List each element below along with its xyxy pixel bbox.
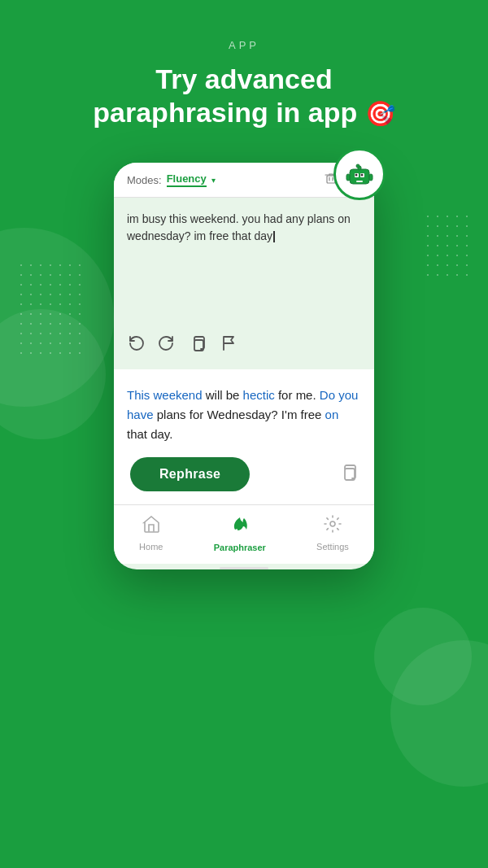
output-word-7: on xyxy=(325,408,339,421)
headline-line1: Try advanced xyxy=(155,63,332,94)
output-word-3: hectic xyxy=(243,388,275,402)
nav-label-paraphraser: Paraphraser xyxy=(214,543,266,552)
nav-item-settings[interactable]: Settings xyxy=(316,514,349,552)
input-spacer xyxy=(114,295,374,328)
header: APP Try advanced paraphrasing in app 🎯 xyxy=(0,0,488,129)
output-word-2: will be xyxy=(206,388,243,402)
action-row xyxy=(114,328,374,369)
svg-point-8 xyxy=(355,174,358,177)
settings-icon xyxy=(323,514,342,539)
nav-label-settings: Settings xyxy=(316,542,349,552)
output-word-8: that day. xyxy=(127,427,172,441)
modes-left: Modes: Fluency ▾ xyxy=(127,172,216,187)
app-label: APP xyxy=(0,39,488,51)
svg-rect-6 xyxy=(346,174,350,181)
nav-item-home[interactable]: Home xyxy=(139,514,163,552)
headline-emoji: 🎯 xyxy=(365,100,395,127)
flag-icon[interactable] xyxy=(220,334,237,356)
headline-line2: paraphrasing in app xyxy=(93,97,357,128)
redo-icon[interactable] xyxy=(158,334,176,356)
copy-icon[interactable] xyxy=(189,334,207,356)
input-area[interactable]: im busy this weekend. you had any plans … xyxy=(114,198,374,295)
dots-right xyxy=(423,212,472,277)
bg-decoration-4 xyxy=(374,608,472,705)
output-word-1: This weekend xyxy=(127,388,203,402)
phone-mockup: Modes: Fluency ▾ ⋮ im busy this xyxy=(114,163,374,569)
svg-point-5 xyxy=(356,164,359,168)
output-card: This weekend will be hectic for me. Do y… xyxy=(114,369,374,504)
phone: Modes: Fluency ▾ ⋮ im busy this xyxy=(114,163,374,569)
nav-label-home: Home xyxy=(139,542,163,552)
nav-item-paraphraser[interactable]: Paraphraser xyxy=(214,513,266,552)
dots-left xyxy=(16,260,81,358)
chevron-down-icon[interactable]: ▾ xyxy=(211,176,216,185)
output-text: This weekend will be hectic for me. Do y… xyxy=(127,386,361,444)
rephrase-button[interactable]: Rephrase xyxy=(130,457,250,491)
undo-icon[interactable] xyxy=(127,334,145,356)
svg-point-9 xyxy=(361,174,364,177)
output-word-6: plans for Wednesday? I'm free xyxy=(157,408,325,421)
modes-label: Modes: xyxy=(127,174,162,186)
svg-rect-3 xyxy=(356,181,363,182)
output-word-4: for me. xyxy=(278,388,320,402)
svg-point-13 xyxy=(330,521,335,526)
bottom-nav: Home Paraphraser Settings xyxy=(114,504,374,564)
nav-indicator xyxy=(220,567,268,569)
robot-icon xyxy=(333,148,386,200)
cursor xyxy=(273,231,275,242)
svg-rect-7 xyxy=(369,174,373,181)
rephrase-row: Rephrase xyxy=(127,457,361,491)
modes-value[interactable]: Fluency xyxy=(167,172,207,187)
headline: Try advanced paraphrasing in app 🎯 xyxy=(0,63,488,129)
input-text: im busy this weekend. you had any plans … xyxy=(127,211,361,245)
output-copy-icon[interactable] xyxy=(338,462,358,486)
paraphraser-icon xyxy=(229,513,251,539)
home-icon xyxy=(142,514,161,539)
